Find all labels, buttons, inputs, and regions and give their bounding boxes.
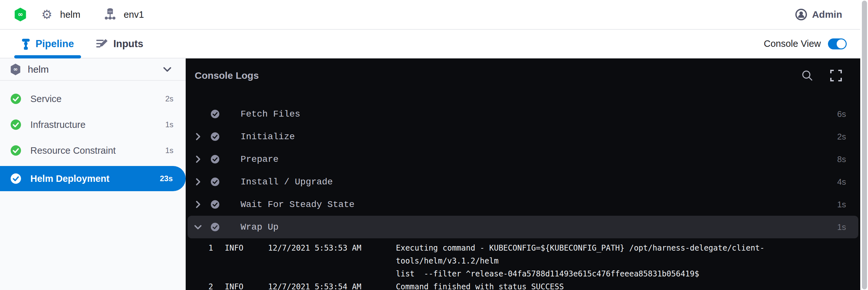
sidebar-item-resource-constraint[interactable]: Resource Constraint 1s: [0, 140, 186, 161]
chevron-right-icon[interactable]: [191, 155, 205, 163]
tab-bar: Pipeline Inputs Console View: [0, 30, 868, 59]
stage-header[interactable]: ∞ helm: [0, 59, 186, 81]
step-success-check-icon: [210, 155, 221, 164]
log-line-number: 2: [186, 280, 213, 290]
step-row-wait-for-steady-state[interactable]: Wait For Steady State 1s: [186, 193, 860, 216]
step-row-prepare[interactable]: Prepare 8s: [186, 148, 860, 170]
step-row-wrap-up[interactable]: Wrap Up 1s: [188, 216, 858, 238]
log-line-number: 1: [186, 241, 213, 255]
step-duration: 6s: [837, 109, 846, 119]
toggle-knob: [837, 39, 846, 49]
scrollbar-track: [860, 0, 868, 290]
search-icon[interactable]: [802, 70, 813, 82]
breadcrumb-project[interactable]: helm: [60, 9, 81, 20]
sidebar-item-label: Resource Constraint: [30, 145, 116, 156]
step-label: Initialize: [241, 132, 295, 142]
step-duration: 4s: [837, 177, 846, 187]
fullscreen-icon[interactable]: [830, 69, 842, 82]
breadcrumb-environment[interactable]: env1: [124, 9, 144, 20]
step-success-check-icon: [210, 109, 221, 119]
sidebar-item-label: Infrastructure: [30, 120, 86, 130]
tab-pipeline-label: Pipeline: [35, 38, 74, 50]
console-step-list: Fetch Files 6s Initialize 2s: [186, 92, 860, 238]
success-check-icon: [10, 173, 21, 184]
chevron-down-icon[interactable]: [163, 67, 172, 72]
step-row-install-upgrade[interactable]: Install / Upgrade 4s: [186, 170, 860, 193]
log-message: Command finished with status SUCCESS: [396, 280, 564, 290]
log-line: 2 INFO 12/7/2021 5:53:54 AM Command fini…: [186, 280, 860, 290]
step-duration: 2s: [837, 132, 846, 142]
step-success-check-icon: [210, 223, 221, 231]
console-title: Console Logs: [195, 70, 259, 81]
success-check-icon: [10, 93, 21, 104]
console-header: Console Logs: [186, 59, 860, 92]
harness-pipeline-execution-page: ∞ ⚙ helm env1: [0, 0, 868, 290]
sidebar-item-label: Service: [30, 94, 62, 104]
log-lines: 1 INFO 12/7/2021 5:53:53 AM Executing co…: [186, 238, 860, 290]
step-label: Wrap Up: [241, 222, 279, 232]
harness-logo-icon[interactable]: ∞: [14, 8, 27, 21]
breadcrumb: ∞ ⚙ helm env1: [14, 8, 144, 21]
log-timestamp: 12/7/2021 5:53:53 AM: [268, 241, 375, 255]
stage-step-list: Service 2s Infrastructure 1s: [0, 81, 186, 191]
tab-inputs-label: Inputs: [113, 38, 144, 50]
sidebar-item-duration: 1s: [165, 120, 174, 129]
environment-icon: [104, 8, 116, 21]
user-menu[interactable]: Admin: [795, 9, 842, 20]
step-label: Prepare: [241, 154, 279, 164]
step-duration: 1s: [837, 200, 846, 210]
svg-text:∞: ∞: [18, 10, 23, 18]
stage-name: helm: [28, 64, 49, 75]
step-duration: 8s: [837, 154, 846, 164]
user-avatar-icon: [795, 9, 807, 20]
project-settings-gear-icon[interactable]: ⚙: [41, 8, 52, 21]
content-area: ∞ helm: [0, 59, 868, 290]
chevron-down-icon[interactable]: [191, 224, 205, 230]
sidebar-item-label: Helm Deployment: [30, 173, 110, 184]
sidebar-item-duration: 23s: [160, 174, 173, 183]
scrollbar-thumb[interactable]: [862, 1, 867, 289]
pipeline-icon: [21, 37, 30, 51]
execution-sidebar: ∞ helm: [0, 59, 186, 290]
tab-inputs[interactable]: Inputs: [89, 30, 151, 58]
step-label: Install / Upgrade: [241, 177, 333, 187]
step-success-check-icon: [210, 177, 221, 186]
sidebar-item-service[interactable]: Service 2s: [0, 89, 186, 109]
stage-hexagon-icon: ∞: [10, 64, 21, 75]
step-row-initialize[interactable]: Initialize 2s: [186, 125, 860, 148]
sidebar-item-infrastructure[interactable]: Infrastructure 1s: [0, 114, 186, 135]
step-row-fetch-files[interactable]: Fetch Files 6s: [186, 103, 860, 125]
log-level: INFO: [225, 241, 260, 255]
sidebar-item-duration: 2s: [165, 94, 174, 103]
log-level: INFO: [225, 280, 260, 290]
step-success-check-icon: [210, 132, 221, 141]
step-label: Wait For Steady State: [241, 200, 354, 210]
console-view-toggle[interactable]: [828, 38, 847, 50]
log-timestamp: 12/7/2021 5:53:54 AM: [268, 280, 375, 290]
chevron-right-icon[interactable]: [191, 178, 205, 186]
step-success-check-icon: [210, 200, 221, 209]
inputs-icon: [96, 38, 108, 50]
step-label: Fetch Files: [241, 109, 300, 119]
top-bar: ∞ ⚙ helm env1: [0, 0, 868, 30]
success-check-icon: [10, 119, 21, 130]
sidebar-item-duration: 1s: [165, 146, 174, 155]
chevron-right-icon[interactable]: [191, 110, 205, 118]
tab-pipeline[interactable]: Pipeline: [14, 30, 81, 58]
step-duration: 1s: [837, 222, 846, 232]
sidebar-item-helm-deployment[interactable]: Helm Deployment 23s: [0, 166, 186, 191]
chevron-right-icon[interactable]: [191, 200, 205, 208]
chevron-right-icon[interactable]: [191, 133, 205, 140]
log-line: 1 INFO 12/7/2021 5:53:53 AM Executing co…: [186, 241, 860, 280]
console-logs-panel: Console Logs: [186, 59, 860, 290]
user-name: Admin: [812, 9, 842, 20]
log-message: Executing command - KUBECONFIG=${KUBECON…: [396, 241, 860, 280]
success-check-icon: [10, 145, 21, 156]
console-view-label: Console View: [764, 38, 821, 49]
svg-text:∞: ∞: [13, 66, 18, 72]
